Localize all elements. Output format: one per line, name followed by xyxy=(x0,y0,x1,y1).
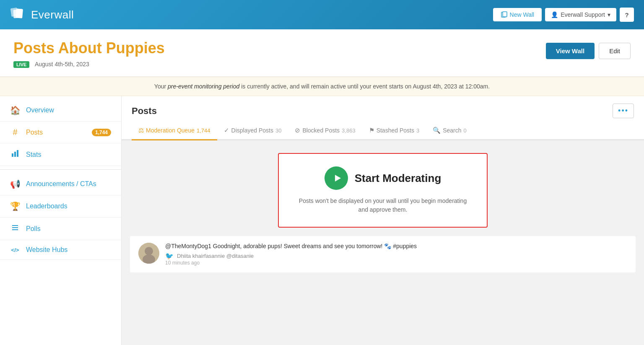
post-meta: 🐦 Dhiita khairfasannie @ditasanie xyxy=(165,252,627,260)
twitter-icon: 🐦 xyxy=(165,252,174,260)
moderation-queue-icon: ⚖ xyxy=(138,127,144,134)
new-wall-icon xyxy=(501,11,507,18)
home-icon: 🏠 xyxy=(10,105,20,115)
page-meta: LIVE August 4th-5th, 2023 xyxy=(13,60,165,68)
posts-tabs: ⚖ Moderation Queue 1,744 ✓ Displayed Pos… xyxy=(122,122,644,140)
post-text: @TheMontyDog1 Goodnight, adorable pups! … xyxy=(165,243,627,249)
chevron-down-icon: ▾ xyxy=(608,11,610,18)
tab-stashed-posts[interactable]: ⚑ Stashed Posts 3 xyxy=(362,122,426,140)
polls-icon xyxy=(10,223,20,234)
tab-label-search: Search xyxy=(443,127,461,134)
sidebar-item-overview[interactable]: 🏠 Overview xyxy=(0,99,121,122)
sidebar-label-announcements: Announcements / CTAs xyxy=(26,180,111,188)
user-icon: 👤 xyxy=(551,11,558,18)
live-badge: LIVE xyxy=(13,61,29,68)
sidebar-label-polls: Polls xyxy=(26,225,111,233)
stashed-posts-icon: ⚑ xyxy=(369,127,374,134)
main-layout: 🏠 Overview # Posts 1,744 Stats 📢 Announc… xyxy=(0,96,644,345)
sidebar-item-stats[interactable]: Stats xyxy=(0,143,121,166)
svg-rect-4 xyxy=(503,12,507,17)
posts-badge: 1,744 xyxy=(92,129,111,136)
svg-rect-6 xyxy=(14,152,16,157)
sidebar-item-polls[interactable]: Polls xyxy=(0,218,121,240)
post-content: @TheMontyDog1 Goodnight, adorable pups! … xyxy=(165,243,627,266)
new-wall-button[interactable]: New Wall xyxy=(493,8,542,21)
post-item: @TheMontyDog1 Goodnight, adorable pups! … xyxy=(130,236,636,272)
page-header: Posts About Puppies LIVE August 4th-5th,… xyxy=(0,29,644,77)
logo-area: Everwall xyxy=(10,6,74,23)
avatar xyxy=(138,243,159,264)
sidebar-item-announcements[interactable]: 📢 Announcements / CTAs xyxy=(0,173,121,195)
header-actions: New Wall 👤 Everwall Support ▾ ? xyxy=(493,8,634,22)
tab-count-blocked-posts: 3,863 xyxy=(342,127,356,134)
tab-count-stashed-posts: 3 xyxy=(416,127,419,134)
logo-icon xyxy=(10,6,27,23)
start-moderating-card[interactable]: Start Moderating Posts won't be displaye… xyxy=(278,153,488,228)
content-area: Posts ••• ⚖ Moderation Queue 1,744 ✓ Dis… xyxy=(122,96,644,345)
sidebar-label-stats: Stats xyxy=(26,151,111,158)
banner-italic: pre-event monitoring period xyxy=(168,83,239,90)
stats-icon xyxy=(10,149,20,160)
tab-count-moderation-queue: 1,744 xyxy=(197,127,210,134)
support-button[interactable]: 👤 Everwall Support ▾ xyxy=(545,8,616,21)
sidebar-label-overview: Overview xyxy=(26,106,111,114)
tab-search[interactable]: 🔍 Search 0 xyxy=(426,122,473,140)
displayed-posts-icon: ✓ xyxy=(224,127,229,134)
page-title-area: Posts About Puppies LIVE August 4th-5th,… xyxy=(13,39,165,68)
tab-moderation-queue[interactable]: ⚖ Moderation Queue 1,744 xyxy=(132,122,217,140)
trophy-icon: 🏆 xyxy=(10,201,20,211)
tab-blocked-posts[interactable]: ⊘ Blocked Posts 3,863 xyxy=(288,122,362,140)
post-author: Dhiita khairfasannie @ditasanie xyxy=(177,253,254,259)
posts-panel: Posts ••• ⚖ Moderation Queue 1,744 ✓ Dis… xyxy=(122,96,644,308)
svg-marker-11 xyxy=(335,175,341,182)
page-title: Posts About Puppies xyxy=(13,39,165,57)
posts-panel-header: Posts ••• xyxy=(122,96,644,118)
search-tab-icon: 🔍 xyxy=(433,127,441,134)
banner-text-after: is currently active, and will remain act… xyxy=(239,83,490,90)
banner-text-before: Your xyxy=(154,83,168,90)
tab-displayed-posts[interactable]: ✓ Displayed Posts 30 xyxy=(217,122,288,140)
info-banner: Your pre-event monitoring period is curr… xyxy=(0,77,644,96)
hash-icon: # xyxy=(10,127,20,137)
blocked-posts-icon: ⊘ xyxy=(295,127,300,134)
sidebar-label-leaderboards: Leaderboards xyxy=(26,202,111,210)
svg-point-13 xyxy=(145,247,153,255)
page-header-actions: View Wall Edit xyxy=(546,43,631,59)
more-options-button[interactable]: ••• xyxy=(613,104,634,118)
sidebar-item-leaderboards[interactable]: 🏆 Leaderboards xyxy=(0,195,121,218)
play-icon xyxy=(325,166,348,190)
tab-label-displayed-posts: Displayed Posts xyxy=(231,127,273,134)
sidebar-label-posts: Posts xyxy=(26,129,86,136)
tab-count-displayed-posts: 30 xyxy=(275,127,281,134)
svg-rect-5 xyxy=(12,153,13,157)
post-time: 10 minutes ago xyxy=(165,260,627,266)
help-button[interactable]: ? xyxy=(620,8,634,22)
posts-body: Start Moderating Posts won't be displaye… xyxy=(122,140,644,308)
more-dots-icon: ••• xyxy=(618,106,628,115)
sidebar: 🏠 Overview # Posts 1,744 Stats 📢 Announc… xyxy=(0,96,122,345)
sidebar-item-posts[interactable]: # Posts 1,744 xyxy=(0,122,121,143)
svg-rect-2 xyxy=(16,8,23,18)
tab-label-blocked-posts: Blocked Posts xyxy=(302,127,340,134)
moderation-note: Posts won't be displayed on your wall un… xyxy=(299,197,467,214)
posts-panel-title: Posts xyxy=(132,106,157,117)
start-moderating-label: Start Moderating xyxy=(355,172,441,185)
tab-count-search: 0 xyxy=(464,127,467,134)
sidebar-divider xyxy=(0,169,121,170)
tab-label-stashed-posts: Stashed Posts xyxy=(377,127,414,134)
start-moderating-inner: Start Moderating xyxy=(325,166,441,190)
sidebar-item-website-hubs[interactable]: </> Website Hubs xyxy=(0,240,121,260)
code-icon: </> xyxy=(10,247,20,253)
tab-label-moderation-queue: Moderation Queue xyxy=(146,127,195,134)
sidebar-label-website-hubs: Website Hubs xyxy=(26,246,111,254)
svg-rect-7 xyxy=(17,150,18,157)
edit-button[interactable]: Edit xyxy=(599,43,631,59)
announcements-icon: 📢 xyxy=(10,179,20,189)
event-date: August 4th-5th, 2023 xyxy=(35,61,89,67)
app-header: Everwall New Wall 👤 Everwall Support ▾ ? xyxy=(0,0,644,29)
view-wall-button[interactable]: View Wall xyxy=(546,43,595,59)
logo-text: Everwall xyxy=(31,8,74,21)
